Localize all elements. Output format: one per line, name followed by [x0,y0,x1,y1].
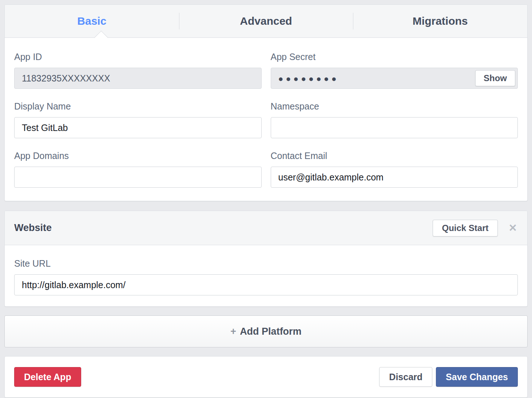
app-secret-wrap: ●●●●●●●● Show [271,68,518,89]
contact-email-label: Contact Email [271,151,518,161]
app-domains-field-group: App Domains [14,151,262,188]
tab-advanced-label: Advanced [240,15,292,27]
display-name-input[interactable] [14,117,262,138]
website-platform-card: Website Quick Start ✕ Site URL [4,211,528,307]
website-section-body: Site URL [5,245,527,306]
add-platform-button[interactable]: + Add Platform [4,315,528,347]
settings-tab-bar: Basic Advanced Migrations [5,5,527,38]
app-domains-label: App Domains [14,151,262,161]
footer-action-bar: Delete App Discard Save Changes [4,356,528,398]
contact-email-input[interactable] [271,167,518,188]
namespace-input[interactable] [271,117,518,138]
save-changes-button[interactable]: Save Changes [436,367,518,387]
site-url-input[interactable] [14,274,518,295]
discard-button[interactable]: Discard [379,367,432,387]
delete-app-button[interactable]: Delete App [14,367,81,387]
basic-settings-form: App ID App Secret ●●●●●●●● Show Display … [5,38,527,201]
tab-migrations[interactable]: Migrations [353,5,527,37]
close-icon[interactable]: ✕ [509,223,517,233]
website-section-title: Website [14,222,433,234]
site-url-field-group: Site URL [14,258,518,295]
website-section-header: Website Quick Start ✕ [5,211,527,245]
app-id-input [14,68,262,89]
app-secret-label: App Secret [271,52,518,62]
app-secret-field-group: App Secret ●●●●●●●● Show [271,52,518,89]
app-secret-masked-value: ●●●●●●●● [278,74,339,83]
display-name-label: Display Name [14,101,262,112]
tab-basic[interactable]: Basic [5,5,179,37]
app-id-label: App ID [14,52,262,62]
plus-icon: + [230,326,236,337]
app-domains-input[interactable] [14,167,262,188]
add-platform-label: Add Platform [240,326,302,337]
quick-start-button[interactable]: Quick Start [433,220,497,236]
display-name-field-group: Display Name [14,101,262,138]
site-url-label: Site URL [14,258,518,269]
tab-basic-label: Basic [77,15,106,27]
basic-settings-card: Basic Advanced Migrations App ID App Sec… [4,4,528,201]
app-id-field-group: App ID [14,52,262,89]
tab-advanced[interactable]: Advanced [179,5,353,37]
namespace-field-group: Namespace [271,101,518,138]
tab-migrations-label: Migrations [413,15,468,27]
show-secret-button[interactable]: Show [475,70,515,86]
namespace-label: Namespace [271,101,518,112]
contact-email-field-group: Contact Email [271,151,518,188]
